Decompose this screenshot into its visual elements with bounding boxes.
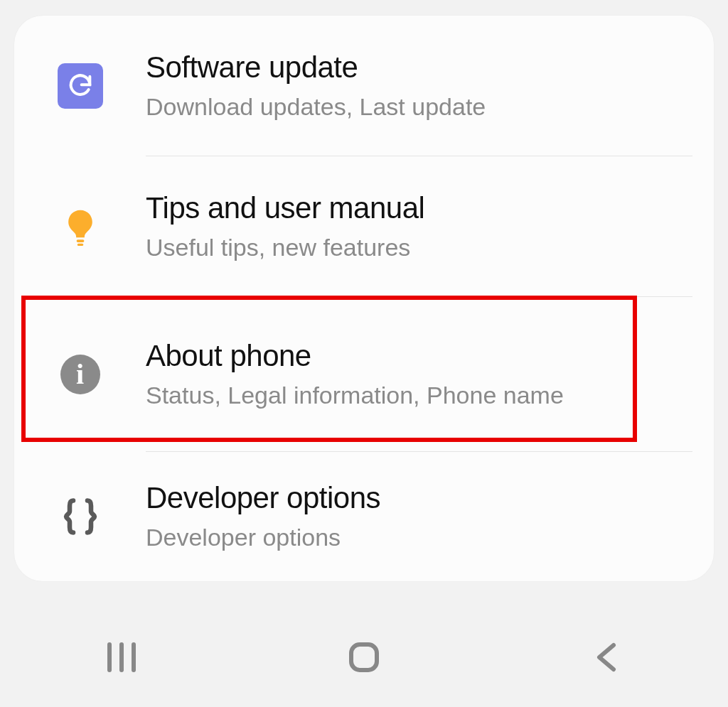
item-texts: Tips and user manual Useful tips, new fe…: [146, 191, 714, 261]
item-texts: Developer options Developer options: [146, 481, 714, 551]
svg-rect-5: [351, 644, 377, 670]
icon-wrap: [14, 207, 146, 247]
svg-rect-0: [76, 239, 84, 242]
item-subtitle: Download updates, Last update: [146, 92, 685, 122]
icon-wrap: [14, 63, 146, 109]
item-subtitle: Developer options: [146, 523, 685, 552]
back-icon: [592, 641, 621, 674]
settings-item-about-phone[interactable]: i About phone Status, Legal information,…: [14, 297, 714, 452]
svg-rect-1: [77, 244, 82, 246]
item-title: Developer options: [146, 481, 685, 515]
lightbulb-icon: [60, 207, 100, 247]
android-navbar: [0, 629, 728, 686]
icon-wrap: i: [14, 355, 146, 394]
nav-home-button[interactable]: [336, 636, 392, 679]
icon-wrap: [14, 495, 146, 538]
nav-back-button[interactable]: [578, 636, 635, 679]
item-texts: About phone Status, Legal information, P…: [146, 339, 714, 409]
home-icon: [348, 641, 380, 674]
item-texts: Software update Download updates, Last u…: [146, 50, 714, 121]
info-icon: i: [60, 355, 100, 394]
recent-apps-icon: [104, 642, 139, 673]
nav-recent-apps-button[interactable]: [93, 636, 150, 679]
settings-item-software-update[interactable]: Software update Download updates, Last u…: [14, 16, 714, 156]
item-title: Tips and user manual: [146, 191, 685, 225]
item-subtitle: Useful tips, new features: [146, 233, 685, 262]
settings-item-tips[interactable]: Tips and user manual Useful tips, new fe…: [14, 156, 714, 297]
settings-card: Software update Download updates, Last u…: [14, 16, 714, 581]
refresh-icon: [58, 63, 103, 109]
item-title: Software update: [146, 50, 685, 85]
item-title: About phone: [146, 339, 685, 373]
item-subtitle: Status, Legal information, Phone name: [146, 381, 685, 410]
braces-icon: [59, 495, 102, 538]
settings-item-developer-options[interactable]: Developer options Developer options: [14, 452, 714, 581]
